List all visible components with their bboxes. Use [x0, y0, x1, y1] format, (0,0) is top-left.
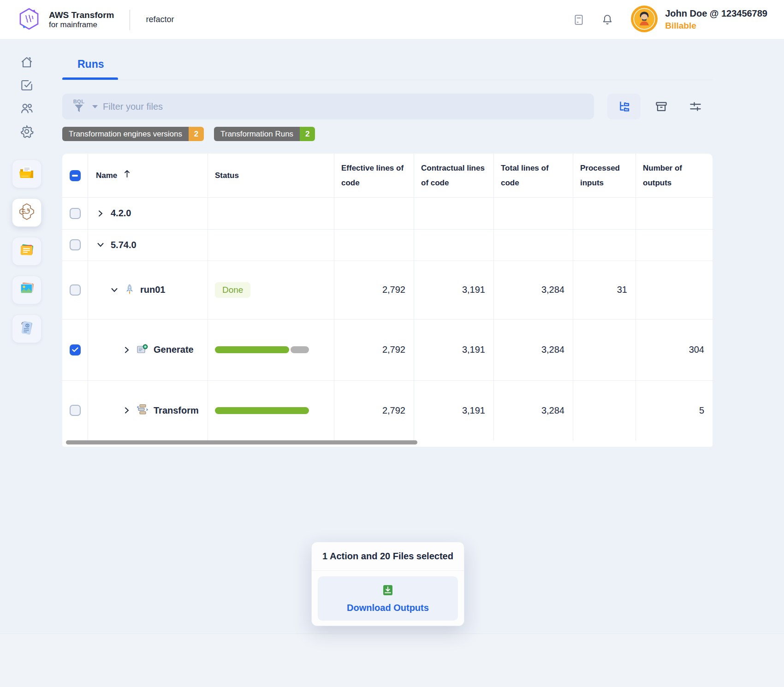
home-icon[interactable] — [19, 54, 35, 70]
column-header-label: Name — [96, 168, 117, 183]
table-row-version-420: 4.2.0 — [96, 197, 207, 229]
column-header-label: Processed inputs — [580, 161, 630, 190]
sidebar — [0, 40, 53, 687]
chevron-down-icon[interactable] — [110, 285, 119, 295]
generate-step-icon — [137, 343, 148, 357]
chevron-right-icon[interactable] — [122, 345, 131, 355]
progress-bar — [215, 346, 309, 353]
column-header-effective-loc[interactable]: Effective lines of code — [341, 154, 408, 197]
folder-documents-icon — [18, 164, 36, 184]
user-block: John Doe @ 123456789 Billable — [631, 6, 767, 34]
brand-title: AWS Transform — [49, 10, 114, 20]
tasks-icon[interactable] — [19, 77, 35, 93]
column-header-label: Total lines of code — [501, 161, 568, 190]
chip-count-badge: 2 — [189, 127, 204, 141]
user-meta: John Doe @ 123456789 Billable — [665, 7, 767, 32]
column-header-label: Number of outputs — [643, 161, 707, 190]
users-icon[interactable] — [19, 101, 35, 116]
contractual-loc-cell: 3,191 — [414, 261, 493, 319]
sidebar-item-gallery[interactable] — [12, 276, 42, 304]
column-divider — [208, 154, 208, 440]
contractual-loc-cell: 3,191 — [414, 319, 493, 380]
row-checkbox[interactable] — [70, 284, 81, 296]
chevron-right-icon[interactable] — [96, 209, 105, 218]
select-all-checkbox-indeterminate[interactable] — [70, 170, 81, 181]
view-settings-button[interactable] — [685, 94, 706, 119]
sidebar-item-notes[interactable] — [12, 237, 42, 266]
download-outputs-button[interactable]: Download Outputs — [318, 576, 458, 621]
tab-divider-rule — [62, 80, 713, 80]
column-header-number-of-outputs[interactable]: Number of outputs — [643, 154, 707, 197]
effective-loc-cell: 2,792 — [334, 261, 414, 319]
transform-step-icon — [137, 403, 148, 417]
horizontal-scrollbar-thumb[interactable] — [66, 440, 417, 444]
filter-funnel-icon — [74, 104, 84, 114]
row-checkbox[interactable] — [70, 208, 81, 219]
brand-divider — [130, 10, 130, 30]
total-loc-cell: 3,284 — [493, 261, 573, 319]
processed-inputs-cell: 31 — [573, 261, 636, 319]
row-name-label: Transform — [154, 405, 199, 416]
progress-bar-remainder — [291, 346, 309, 353]
column-header-contractual-loc[interactable]: Contractual lines of code — [421, 154, 488, 197]
invoice-receipt-icon — [18, 319, 36, 339]
footer-strip — [0, 634, 784, 687]
table-row-generate: Generate — [122, 319, 208, 380]
runs-table: Name Status Effective lines of code Cont… — [62, 154, 713, 447]
bql-mode-label: BQL — [73, 99, 85, 104]
filter-bar: BQL — [62, 94, 594, 119]
chip-transformation-runs[interactable]: Transformation Runs 2 — [214, 127, 315, 141]
notifications-bell-icon[interactable] — [600, 12, 615, 28]
table-row-transform: Transform — [122, 380, 208, 440]
bql-filter-mode[interactable]: BQL — [71, 99, 87, 114]
sidebar-item-files[interactable] — [12, 160, 42, 188]
filter-input[interactable] — [103, 101, 586, 112]
column-header-status[interactable]: Status — [215, 154, 326, 197]
chip-label: Transformation engines versions — [62, 127, 189, 141]
engine-hexagon-brain-icon — [17, 202, 36, 223]
progress-bar-fill — [215, 346, 289, 353]
app-screen: AWS Transform for mainframe refactor — [0, 0, 784, 687]
row-checkbox[interactable] — [70, 405, 81, 416]
row-select-cell — [62, 261, 88, 319]
sidebar-item-billing[interactable] — [12, 314, 42, 343]
filter-mode-caret-icon[interactable] — [92, 102, 98, 111]
chip-label: Transformation Runs — [214, 127, 300, 141]
row-name-label: Generate — [154, 344, 194, 355]
chevron-down-icon[interactable] — [96, 240, 105, 249]
row-name-label: run01 — [140, 284, 165, 295]
column-divider — [88, 154, 88, 440]
processed-inputs-cell — [573, 319, 636, 380]
archive-button[interactable] — [651, 94, 671, 119]
top-bar: AWS Transform for mainframe refactor — [0, 0, 784, 40]
tab-runs[interactable]: Runs — [77, 58, 104, 71]
outputs-cell: 304 — [636, 319, 713, 380]
column-header-label: Contractual lines of code — [421, 161, 488, 190]
documentation-icon[interactable] — [571, 12, 587, 28]
contractual-loc-cell: 3,191 — [414, 380, 493, 440]
selection-summary: 1 Action and 20 Files selected — [312, 542, 464, 571]
download-icon — [382, 584, 394, 598]
status-cell — [215, 319, 326, 380]
progress-bar — [215, 407, 309, 414]
row-select-cell — [62, 229, 88, 261]
row-select-cell — [62, 319, 88, 380]
column-header-processed-inputs[interactable]: Processed inputs — [580, 154, 630, 197]
aws-transform-logo-icon — [17, 6, 42, 33]
progress-bar-fill — [215, 407, 309, 414]
chevron-right-icon[interactable] — [122, 406, 131, 415]
rocket-icon — [125, 284, 135, 296]
settings-gear-icon[interactable] — [19, 124, 35, 139]
tree-view-button[interactable] — [607, 94, 641, 119]
status-done-badge: Done — [215, 282, 250, 298]
column-header-total-loc[interactable]: Total lines of code — [501, 154, 568, 197]
row-checkbox-checked[interactable] — [70, 344, 81, 355]
row-select-cell — [62, 197, 88, 229]
chip-transformation-engines-versions[interactable]: Transformation engines versions 2 — [62, 127, 204, 141]
row-name-label: 4.2.0 — [111, 208, 131, 219]
row-checkbox[interactable] — [70, 239, 81, 250]
effective-loc-cell: 2,792 — [334, 380, 414, 440]
user-avatar[interactable] — [631, 6, 658, 34]
column-header-name[interactable]: Name — [96, 154, 202, 197]
sidebar-item-transform-engine[interactable] — [12, 198, 42, 227]
